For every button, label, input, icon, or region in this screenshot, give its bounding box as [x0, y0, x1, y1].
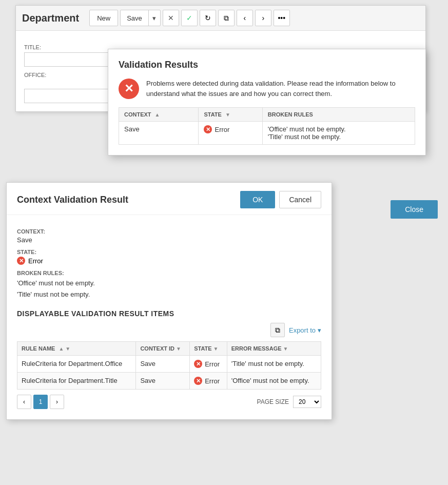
- validation-message: Problems were detected during data valid…: [146, 79, 415, 99]
- rule-name-sort-icon[interactable]: ▲: [59, 346, 64, 352]
- save-group: Save ▾: [120, 10, 161, 26]
- val-row-broken-rules: 'Office' must not be empty.'Title' must …: [262, 122, 415, 145]
- more-button[interactable]: •••: [274, 10, 290, 26]
- export-label: Export to: [289, 326, 316, 334]
- ctx-state-text: Error: [28, 257, 43, 265]
- val-row-context: Save: [119, 122, 199, 145]
- context-id-filter-icon[interactable]: ▼: [176, 346, 181, 352]
- val-col-context: CONTEXT ▲: [119, 108, 199, 122]
- validation-table: CONTEXT ▲ STATE ▼ BROKEN RULES Save: [119, 107, 415, 145]
- error-msg-filter-icon[interactable]: ▼: [283, 346, 288, 352]
- page-size-area: PAGE SIZE 20 50 100: [257, 396, 321, 408]
- row1-rule-name: RuleCriteria for Department.Office: [17, 356, 136, 373]
- prev-page-button[interactable]: ‹: [17, 395, 31, 409]
- forward-nav-button[interactable]: ›: [255, 10, 271, 26]
- val-state-label: Error: [215, 126, 229, 133]
- confirm-button[interactable]: ✓: [181, 10, 198, 26]
- copy-records-button[interactable]: ⧉: [270, 323, 285, 337]
- items-toolbar: ⧉ Export to ▾: [17, 323, 321, 337]
- validation-error-section: ✕ Problems were detected during data val…: [119, 79, 415, 99]
- col-context-id: CONTEXT ID ▼: [136, 342, 190, 356]
- save-button[interactable]: Save: [121, 10, 149, 26]
- items-table: RULE NAME ▲ ▼ CONTEXT ID ▼ STATE: [17, 341, 321, 390]
- context-sort-icon[interactable]: ▲: [155, 112, 160, 118]
- col-error-message: ERROR MESSAGE ▼: [227, 342, 321, 356]
- row2-state: ✕ Error: [190, 373, 227, 390]
- ok-button[interactable]: OK: [240, 191, 275, 208]
- dept-toolbar: Department New Save ▾ ✕ ✓ ↻ ⧉ ‹ › •••: [16, 6, 425, 31]
- page-1-button[interactable]: 1: [33, 395, 48, 409]
- row1-state-text: Error: [205, 360, 220, 368]
- context-validation-panel: Context Validation Result OK Cancel CONT…: [6, 182, 332, 420]
- state-filter-icon[interactable]: ▼: [213, 346, 219, 352]
- col-state: STATE ▼: [190, 342, 227, 356]
- next-page-button[interactable]: ›: [50, 395, 64, 409]
- error-icon-large: ✕: [119, 79, 139, 99]
- ctx-broken-rules: 'Office' must not be empty. 'Title' must…: [17, 278, 321, 300]
- dept-panel-title: Department: [22, 12, 79, 24]
- row2-rule-name: RuleCriteria for Department.Title: [17, 373, 136, 390]
- context-panel-title: Context Validation Result: [17, 195, 128, 205]
- export-button[interactable]: Export to ▾: [289, 326, 321, 334]
- back-nav-button[interactable]: ‹: [237, 10, 253, 26]
- table-row[interactable]: RuleCriteria for Department.Title Save ✕…: [17, 373, 321, 390]
- ctx-state-error-icon: ✕: [17, 257, 25, 265]
- broken-rule-2: 'Title' must not be empty.: [17, 290, 90, 298]
- row2-error-icon: ✕: [194, 377, 202, 385]
- row1-error-icon: ✕: [194, 360, 202, 368]
- row1-error-msg: 'Title' must not be empty.: [227, 356, 321, 373]
- ctx-context-value: Save: [17, 236, 321, 244]
- val-row-state: ✕ Error: [199, 122, 262, 145]
- row1-state: ✕ Error: [190, 356, 227, 373]
- cancel-dialog-button[interactable]: Cancel: [279, 191, 321, 208]
- page-navigation: ‹ 1 ›: [17, 395, 64, 409]
- page-size-select[interactable]: 20 50 100: [293, 396, 321, 408]
- export-dropdown-icon: ▾: [318, 326, 321, 334]
- row1-context-id: Save: [136, 356, 190, 373]
- pagination: ‹ 1 › PAGE SIZE 20 50 100: [17, 390, 321, 411]
- ctx-state-label: STATE:: [17, 249, 321, 255]
- validation-dialog-title: Validation Results: [119, 60, 415, 70]
- row2-state-text: Error: [205, 377, 220, 385]
- displayable-items-heading: DISPLAYABLE VALIDATION RESULT ITEMS: [17, 309, 321, 318]
- validation-dialog: Validation Results ✕ Problems were detec…: [108, 49, 426, 156]
- copy-button[interactable]: ⧉: [218, 10, 235, 26]
- ctx-state-value: ✕ Error: [17, 257, 321, 265]
- row2-context-id: Save: [136, 373, 190, 390]
- context-header: Context Validation Result OK Cancel: [7, 183, 332, 215]
- val-col-state: STATE ▼: [199, 108, 262, 122]
- rule-name-filter-icon[interactable]: ▼: [65, 346, 70, 352]
- context-header-buttons: OK Cancel: [240, 191, 321, 208]
- close-button[interactable]: Close: [391, 200, 438, 219]
- cancel-button[interactable]: ✕: [163, 10, 179, 26]
- page-size-label: PAGE SIZE: [257, 398, 289, 405]
- new-button[interactable]: New: [89, 10, 118, 26]
- row2-error-msg: 'Office' must not be empty.: [227, 373, 321, 390]
- refresh-button[interactable]: ↻: [200, 10, 216, 26]
- state-error-icon: ✕: [204, 125, 212, 133]
- state-sort-icon[interactable]: ▼: [225, 112, 230, 118]
- close-button-area: Close: [391, 200, 438, 219]
- broken-rule-1: 'Office' must not be empty.: [17, 279, 95, 287]
- ctx-context-label: CONTEXT:: [17, 228, 321, 235]
- save-dropdown-button[interactable]: ▾: [149, 10, 160, 26]
- ctx-broken-rules-label: BROKEN RULES:: [17, 270, 321, 276]
- table-row[interactable]: Save ✕ Error 'Office' must not be empty.…: [119, 122, 415, 145]
- col-rule-name: RULE NAME ▲ ▼: [17, 342, 136, 356]
- table-row[interactable]: RuleCriteria for Department.Office Save …: [17, 356, 321, 373]
- val-col-broken-rules: BROKEN RULES: [262, 108, 415, 122]
- context-body: CONTEXT: Save STATE: ✕ Error BROKEN RULE…: [7, 215, 332, 419]
